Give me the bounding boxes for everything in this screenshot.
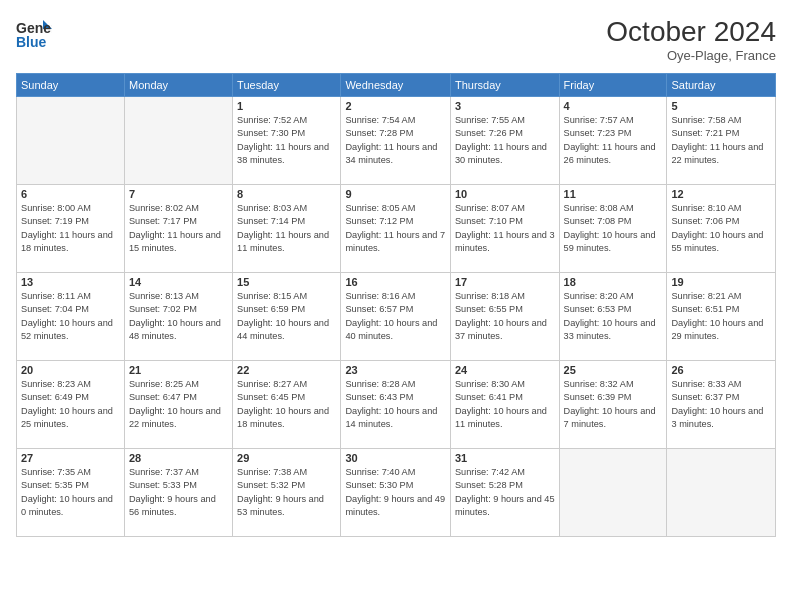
day-info: Sunrise: 8:07 AMSunset: 7:10 PMDaylight:… — [455, 202, 555, 255]
day-number: 13 — [21, 276, 120, 288]
day-number: 22 — [237, 364, 336, 376]
calendar-cell: 17Sunrise: 8:18 AMSunset: 6:55 PMDayligh… — [450, 273, 559, 361]
day-info: Sunrise: 8:10 AMSunset: 7:06 PMDaylight:… — [671, 202, 771, 255]
day-info: Sunrise: 7:54 AMSunset: 7:28 PMDaylight:… — [345, 114, 446, 167]
calendar-cell: 27Sunrise: 7:35 AMSunset: 5:35 PMDayligh… — [17, 449, 125, 537]
svg-text:Blue: Blue — [16, 34, 47, 50]
col-header-wednesday: Wednesday — [341, 74, 451, 97]
day-info: Sunrise: 8:32 AMSunset: 6:39 PMDaylight:… — [564, 378, 663, 431]
calendar-cell: 16Sunrise: 8:16 AMSunset: 6:57 PMDayligh… — [341, 273, 451, 361]
calendar-cell: 21Sunrise: 8:25 AMSunset: 6:47 PMDayligh… — [124, 361, 232, 449]
day-info: Sunrise: 7:42 AMSunset: 5:28 PMDaylight:… — [455, 466, 555, 519]
day-info: Sunrise: 8:18 AMSunset: 6:55 PMDaylight:… — [455, 290, 555, 343]
calendar-cell: 24Sunrise: 8:30 AMSunset: 6:41 PMDayligh… — [450, 361, 559, 449]
day-number: 11 — [564, 188, 663, 200]
col-header-monday: Monday — [124, 74, 232, 97]
day-info: Sunrise: 8:16 AMSunset: 6:57 PMDaylight:… — [345, 290, 446, 343]
day-number: 3 — [455, 100, 555, 112]
day-info: Sunrise: 8:11 AMSunset: 7:04 PMDaylight:… — [21, 290, 120, 343]
calendar-cell: 20Sunrise: 8:23 AMSunset: 6:49 PMDayligh… — [17, 361, 125, 449]
day-info: Sunrise: 7:57 AMSunset: 7:23 PMDaylight:… — [564, 114, 663, 167]
calendar-cell: 26Sunrise: 8:33 AMSunset: 6:37 PMDayligh… — [667, 361, 776, 449]
calendar-cell: 10Sunrise: 8:07 AMSunset: 7:10 PMDayligh… — [450, 185, 559, 273]
day-number: 28 — [129, 452, 228, 464]
calendar-cell: 13Sunrise: 8:11 AMSunset: 7:04 PMDayligh… — [17, 273, 125, 361]
calendar-cell: 30Sunrise: 7:40 AMSunset: 5:30 PMDayligh… — [341, 449, 451, 537]
day-info: Sunrise: 7:35 AMSunset: 5:35 PMDaylight:… — [21, 466, 120, 519]
col-header-thursday: Thursday — [450, 74, 559, 97]
day-info: Sunrise: 8:21 AMSunset: 6:51 PMDaylight:… — [671, 290, 771, 343]
day-info: Sunrise: 8:08 AMSunset: 7:08 PMDaylight:… — [564, 202, 663, 255]
day-number: 8 — [237, 188, 336, 200]
calendar-header-row: SundayMondayTuesdayWednesdayThursdayFrid… — [17, 74, 776, 97]
calendar-cell: 28Sunrise: 7:37 AMSunset: 5:33 PMDayligh… — [124, 449, 232, 537]
day-info: Sunrise: 8:05 AMSunset: 7:12 PMDaylight:… — [345, 202, 446, 255]
day-number: 26 — [671, 364, 771, 376]
calendar-cell: 14Sunrise: 8:13 AMSunset: 7:02 PMDayligh… — [124, 273, 232, 361]
calendar-cell: 3Sunrise: 7:55 AMSunset: 7:26 PMDaylight… — [450, 97, 559, 185]
location: Oye-Plage, France — [606, 48, 776, 63]
day-number: 20 — [21, 364, 120, 376]
day-number: 2 — [345, 100, 446, 112]
day-number: 31 — [455, 452, 555, 464]
calendar-cell: 8Sunrise: 8:03 AMSunset: 7:14 PMDaylight… — [233, 185, 341, 273]
col-header-saturday: Saturday — [667, 74, 776, 97]
calendar-table: SundayMondayTuesdayWednesdayThursdayFrid… — [16, 73, 776, 537]
calendar-cell — [559, 449, 667, 537]
day-info: Sunrise: 8:15 AMSunset: 6:59 PMDaylight:… — [237, 290, 336, 343]
day-info: Sunrise: 8:30 AMSunset: 6:41 PMDaylight:… — [455, 378, 555, 431]
day-info: Sunrise: 8:03 AMSunset: 7:14 PMDaylight:… — [237, 202, 336, 255]
calendar-cell: 2Sunrise: 7:54 AMSunset: 7:28 PMDaylight… — [341, 97, 451, 185]
calendar-cell: 9Sunrise: 8:05 AMSunset: 7:12 PMDaylight… — [341, 185, 451, 273]
day-number: 19 — [671, 276, 771, 288]
day-number: 4 — [564, 100, 663, 112]
header: GeneralBlue October 2024 Oye-Plage, Fran… — [16, 16, 776, 63]
logo: GeneralBlue — [16, 16, 52, 52]
day-number: 27 — [21, 452, 120, 464]
day-number: 14 — [129, 276, 228, 288]
day-number: 7 — [129, 188, 228, 200]
day-info: Sunrise: 8:00 AMSunset: 7:19 PMDaylight:… — [21, 202, 120, 255]
calendar-cell: 19Sunrise: 8:21 AMSunset: 6:51 PMDayligh… — [667, 273, 776, 361]
calendar-cell: 11Sunrise: 8:08 AMSunset: 7:08 PMDayligh… — [559, 185, 667, 273]
day-number: 12 — [671, 188, 771, 200]
day-info: Sunrise: 7:55 AMSunset: 7:26 PMDaylight:… — [455, 114, 555, 167]
calendar-cell: 31Sunrise: 7:42 AMSunset: 5:28 PMDayligh… — [450, 449, 559, 537]
title-block: October 2024 Oye-Plage, France — [606, 16, 776, 63]
calendar-cell: 5Sunrise: 7:58 AMSunset: 7:21 PMDaylight… — [667, 97, 776, 185]
day-info: Sunrise: 7:58 AMSunset: 7:21 PMDaylight:… — [671, 114, 771, 167]
day-number: 1 — [237, 100, 336, 112]
day-number: 29 — [237, 452, 336, 464]
day-number: 24 — [455, 364, 555, 376]
month-title: October 2024 — [606, 16, 776, 48]
day-number: 21 — [129, 364, 228, 376]
calendar-cell: 15Sunrise: 8:15 AMSunset: 6:59 PMDayligh… — [233, 273, 341, 361]
day-number: 6 — [21, 188, 120, 200]
day-info: Sunrise: 8:20 AMSunset: 6:53 PMDaylight:… — [564, 290, 663, 343]
day-number: 5 — [671, 100, 771, 112]
calendar-cell — [667, 449, 776, 537]
calendar-cell: 23Sunrise: 8:28 AMSunset: 6:43 PMDayligh… — [341, 361, 451, 449]
day-number: 25 — [564, 364, 663, 376]
calendar-cell: 4Sunrise: 7:57 AMSunset: 7:23 PMDaylight… — [559, 97, 667, 185]
day-number: 15 — [237, 276, 336, 288]
calendar-cell — [124, 97, 232, 185]
calendar-cell: 6Sunrise: 8:00 AMSunset: 7:19 PMDaylight… — [17, 185, 125, 273]
calendar-cell: 25Sunrise: 8:32 AMSunset: 6:39 PMDayligh… — [559, 361, 667, 449]
day-info: Sunrise: 8:33 AMSunset: 6:37 PMDaylight:… — [671, 378, 771, 431]
day-info: Sunrise: 8:25 AMSunset: 6:47 PMDaylight:… — [129, 378, 228, 431]
calendar-cell: 7Sunrise: 8:02 AMSunset: 7:17 PMDaylight… — [124, 185, 232, 273]
calendar-cell: 29Sunrise: 7:38 AMSunset: 5:32 PMDayligh… — [233, 449, 341, 537]
calendar-cell: 1Sunrise: 7:52 AMSunset: 7:30 PMDaylight… — [233, 97, 341, 185]
col-header-sunday: Sunday — [17, 74, 125, 97]
day-number: 10 — [455, 188, 555, 200]
logo-icon: GeneralBlue — [16, 16, 52, 52]
day-info: Sunrise: 7:40 AMSunset: 5:30 PMDaylight:… — [345, 466, 446, 519]
day-number: 16 — [345, 276, 446, 288]
calendar-cell: 22Sunrise: 8:27 AMSunset: 6:45 PMDayligh… — [233, 361, 341, 449]
day-number: 17 — [455, 276, 555, 288]
calendar-cell: 12Sunrise: 8:10 AMSunset: 7:06 PMDayligh… — [667, 185, 776, 273]
day-info: Sunrise: 8:02 AMSunset: 7:17 PMDaylight:… — [129, 202, 228, 255]
day-info: Sunrise: 8:23 AMSunset: 6:49 PMDaylight:… — [21, 378, 120, 431]
day-info: Sunrise: 8:27 AMSunset: 6:45 PMDaylight:… — [237, 378, 336, 431]
